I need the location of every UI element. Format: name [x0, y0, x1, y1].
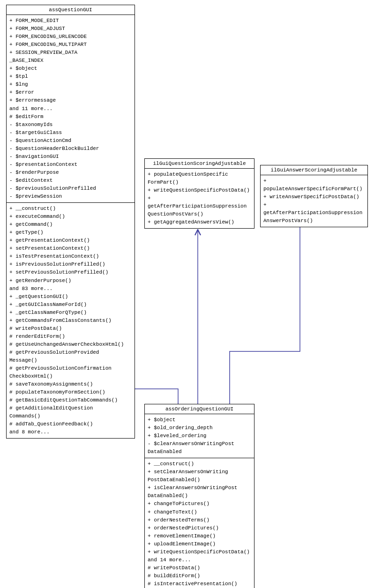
assquestiongui-title: assQuestionGUI	[7, 5, 135, 15]
assquestiongui-methods-text: + __construct() + executeCommand() + get…	[9, 205, 132, 436]
ilguianswerscoring-methods: + populateAnswerSpecificFormPart() + wri…	[261, 175, 367, 227]
ilguianswerscoring-methods-text: + populateAnswerSpecificFormPart() + wri…	[263, 177, 365, 225]
assquestiongui-box: assQuestionGUI + FORM_MODE_EDIT + FORM_M…	[6, 5, 135, 439]
assordering-fields-text: + $object + $old_ordering_depth + $level…	[148, 416, 251, 456]
assquestiongui-fields: + FORM_MODE_EDIT + FORM_MODE_ADJUST + FO…	[7, 15, 135, 203]
ilguianswerscoring-box: ilGuiAnswerScoringAdjustable + populateA…	[260, 165, 368, 227]
assordering-methods-text: + __construct() + setClearAnswersOnWriti…	[148, 460, 251, 588]
assordering-title: assOrderingQuestionGUI	[145, 404, 254, 414]
assquestiongui-fields-text: + FORM_MODE_EDIT + FORM_MODE_ADJUST + FO…	[9, 17, 132, 201]
ilguiquestionscoring-methods-text: + populateQuestionSpecific FormPart() + …	[148, 171, 251, 226]
ilguianswerscoring-title: ilGuiAnswerScoringAdjustable	[261, 165, 367, 175]
assquestiongui-methods: + __construct() + executeCommand() + get…	[7, 203, 135, 438]
assordering-methods: + __construct() + setClearAnswersOnWriti…	[145, 458, 254, 588]
ilguiquestionscoring-box: ilGuiQuestionScoringAdjustable + populat…	[144, 158, 254, 229]
assordering-fields: + $object + $old_ordering_depth + $level…	[145, 414, 254, 458]
arrow-to-answer-scoring	[230, 206, 300, 404]
uml-diagram: assQuestionGUI + FORM_MODE_EDIT + FORM_M…	[0, 0, 374, 588]
ilguiquestionscoring-methods: + populateQuestionSpecific FormPart() + …	[145, 169, 254, 228]
assordering-box: assOrderingQuestionGUI + $object + $old_…	[144, 404, 254, 588]
ilguiquestionscoring-title: ilGuiQuestionScoringAdjustable	[145, 159, 254, 169]
